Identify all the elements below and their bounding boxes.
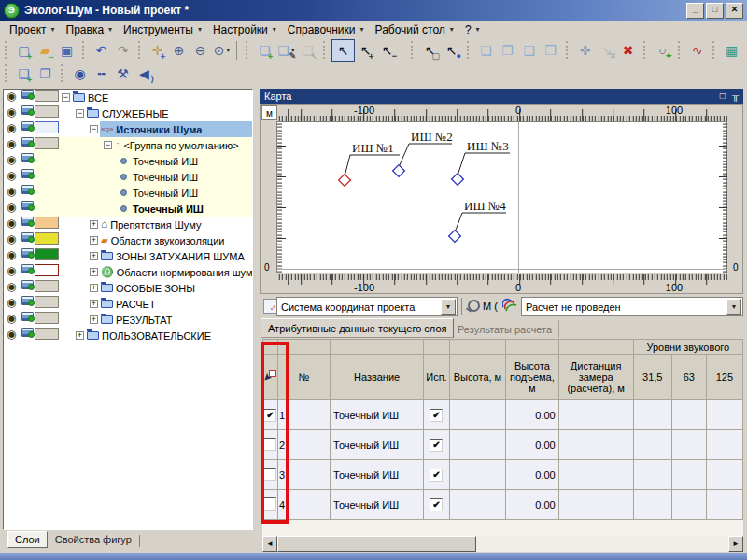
visibility-icon[interactable]: ◉ <box>7 201 16 214</box>
rect-select-button[interactable]: ❏ <box>475 40 497 61</box>
layer-color-swatch[interactable] <box>35 248 59 260</box>
search-object-button[interactable]: ○✦ <box>652 40 673 61</box>
expand-toggle[interactable]: − <box>62 93 70 102</box>
print-icon[interactable] <box>21 232 34 242</box>
expand-toggle[interactable]: + <box>90 268 98 276</box>
visibility-icon[interactable]: ◉ <box>7 137 16 150</box>
used-cell[interactable]: ✔ <box>424 490 450 520</box>
toolbar-grip[interactable] <box>61 64 65 82</box>
zoom-out-button[interactable]: ⊖ <box>190 40 211 61</box>
expand-toggle[interactable]: − <box>76 109 84 118</box>
pan-button[interactable]: ✛＋ <box>147 40 168 61</box>
point-source-button[interactable]: ◉ <box>69 63 91 84</box>
pointer-select-button[interactable]: ↖● <box>441 40 462 61</box>
print-icon[interactable] <box>21 153 34 162</box>
print-icon[interactable] <box>21 169 34 178</box>
scroll-right-icon[interactable]: ► <box>728 536 743 552</box>
minimize-button[interactable]: _ <box>686 3 704 19</box>
level-cell[interactable] <box>706 490 742 520</box>
coordinate-system-select[interactable]: Система координат проекта ▼ <box>276 297 458 316</box>
rect-inner-select-button[interactable]: ❐ <box>497 40 518 61</box>
noise-source-marker[interactable] <box>393 165 405 177</box>
visibility-icon[interactable]: ◉ <box>7 105 16 119</box>
layer-color-swatch[interactable] <box>35 296 59 308</box>
tree-item[interactable]: ◉+⌂Препятствия Шуму <box>4 217 252 232</box>
scale-magnifier-icon[interactable] <box>468 300 480 312</box>
maximize-button[interactable]: □ <box>706 3 724 19</box>
maximize-panel-icon[interactable]: □ <box>720 91 726 101</box>
table-row[interactable]: ✔1Точечный ИШ✔0.00 <box>263 400 743 430</box>
used-checkbox[interactable]: ✔ <box>430 439 443 452</box>
expand-toggle[interactable]: + <box>90 315 98 324</box>
print-icon[interactable] <box>21 328 34 337</box>
col-header-distance[interactable]: Дистанция замера (расчёта), м <box>558 355 633 400</box>
col-header-63[interactable]: 63 <box>671 355 706 400</box>
map-point-1[interactable]: ИШ №1 <box>339 141 400 186</box>
name-cell[interactable]: Точечный ИШ <box>331 400 424 430</box>
menu-item-4[interactable]: Настройки <box>207 21 282 38</box>
open-project-button[interactable]: ▰→ <box>35 40 56 61</box>
toolbar-grip[interactable] <box>712 41 717 59</box>
distance-cell[interactable] <box>558 490 633 520</box>
tree-item[interactable]: ◉+РЕЗУЛЬТАТ <box>4 312 252 328</box>
tree-item[interactable]: ◉+ЗОНЫ ЗАТУХАНИЯ ШУМА <box>4 248 252 264</box>
toolbar-grip[interactable] <box>566 41 571 59</box>
line-source-button[interactable]: ╍ <box>91 63 112 84</box>
table-row[interactable]: 3Точечный ИШ✔0.00 <box>263 460 743 490</box>
layer-color-swatch[interactable] <box>35 232 59 245</box>
col-header-lift[interactable]: Высота подъема, м <box>506 355 559 400</box>
name-cell[interactable]: Точечный ИШ <box>331 430 424 460</box>
level-cell[interactable] <box>706 430 742 460</box>
tab-attribute-data[interactable]: Атрибутивные данные текущего слоя <box>261 318 454 338</box>
menu-item-3[interactable]: Инструменты <box>118 21 207 38</box>
layers-button[interactable]: ❐ <box>35 63 56 84</box>
table-row[interactable]: 2Точечный ИШ✔0.00 <box>263 430 743 460</box>
save-button[interactable]: ▣ <box>56 40 78 61</box>
expand-toggle[interactable]: + <box>90 220 98 229</box>
zoom-in-button[interactable]: ⊕ <box>168 40 190 61</box>
expand-toggle[interactable]: − <box>90 125 98 133</box>
tree-item[interactable]: ◉−СЛУЖЕБНЫЕ <box>4 105 252 121</box>
toolbar-grip[interactable] <box>138 41 143 59</box>
close-button[interactable]: ✕ <box>726 3 743 19</box>
expand-toggle[interactable]: + <box>90 236 98 245</box>
visibility-icon[interactable]: ◉ <box>7 296 16 309</box>
tree-item[interactable]: ◉Точечный ИШ <box>4 185 252 201</box>
layer-color-swatch[interactable] <box>35 90 59 102</box>
tool-source-button[interactable]: ⚒ <box>112 63 134 84</box>
menu-item-1[interactable]: Проект <box>4 21 61 38</box>
visibility-icon[interactable]: ◉ <box>7 280 16 293</box>
used-cell[interactable]: ✔ <box>424 430 450 460</box>
used-checkbox[interactable]: ✔ <box>430 498 443 511</box>
layer-color-swatch[interactable] <box>35 328 59 340</box>
layer-color-swatch[interactable] <box>35 137 59 149</box>
layer-color-swatch[interactable] <box>35 105 59 118</box>
visibility-icon[interactable]: ◉ <box>7 121 16 134</box>
layer-color-swatch[interactable] <box>35 312 59 324</box>
print-icon[interactable] <box>21 137 34 147</box>
print-icon[interactable] <box>21 201 34 210</box>
rect-outer-select-button[interactable]: ❒ <box>540 40 561 61</box>
deselect-button[interactable]: ↘✕ <box>596 40 617 61</box>
toolbar-grip[interactable] <box>467 41 472 59</box>
toolbar-grip[interactable] <box>643 41 648 59</box>
level-cell[interactable] <box>671 430 706 460</box>
pointer-button[interactable]: ↖ <box>331 39 355 62</box>
visibility-icon[interactable]: ◉ <box>7 312 16 325</box>
map-point-4[interactable]: ИШ №4 <box>449 199 507 242</box>
level-cell[interactable] <box>633 460 671 490</box>
add-object-button[interactable]: ❏＋ <box>254 40 275 61</box>
noise-source-marker[interactable] <box>452 174 464 186</box>
print-icon[interactable] <box>21 264 34 273</box>
tab-calc-results[interactable]: Результаты расчета <box>451 320 559 338</box>
profile-chart-button[interactable]: ∿ <box>686 40 708 61</box>
pin-panel-icon[interactable]: ╥ <box>732 91 739 101</box>
layer-color-swatch[interactable] <box>35 280 59 292</box>
expand-toggle[interactable]: − <box>104 141 112 149</box>
distance-cell[interactable] <box>558 400 633 430</box>
name-cell[interactable]: Точечный ИШ <box>331 490 424 520</box>
level-cell[interactable] <box>633 490 671 520</box>
visibility-icon[interactable]: ◉ <box>7 264 16 277</box>
level-cell[interactable] <box>671 400 706 430</box>
level-cell[interactable] <box>671 460 706 490</box>
